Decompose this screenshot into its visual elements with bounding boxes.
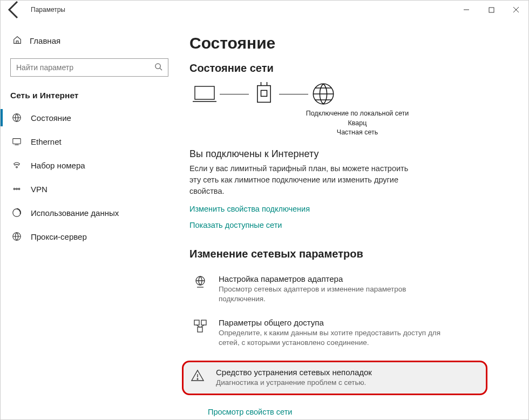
option-sharing-settings[interactable]: Параметры общего доступа Определите, к к…: [189, 317, 507, 349]
sidebar-item-label: VPN: [31, 185, 48, 194]
sharing-icon: [192, 318, 209, 348]
network-status-heading: Состояние сети: [189, 62, 507, 74]
back-button[interactable]: [4, 1, 25, 19]
svg-point-12: [18, 188, 20, 190]
svg-rect-28: [198, 327, 202, 332]
window-title: Параметры: [25, 6, 65, 13]
svg-point-10: [13, 188, 15, 190]
device-icon: [189, 82, 220, 106]
change-settings-heading: Изменение сетевых параметров: [189, 248, 507, 260]
sidebar-item-label: Ethernet: [31, 137, 62, 146]
router-icon: [249, 82, 279, 106]
vpn-icon: [11, 184, 22, 194]
sidebar-item-dialup[interactable]: Набор номера: [1, 153, 178, 177]
page-title: Состояние: [189, 34, 507, 52]
option-desc: Диагностика и устранение проблем с сетью…: [216, 378, 372, 388]
dialup-icon: [11, 160, 22, 171]
link-view-network-props[interactable]: Просмотр свойств сети: [208, 408, 292, 416]
svg-point-9: [16, 166, 18, 168]
sidebar-item-home[interactable]: Главная: [8, 30, 171, 52]
option-title: Параметры общего доступа: [219, 318, 445, 327]
svg-rect-22: [261, 90, 267, 96]
option-adapter-settings[interactable]: Настройка параметров адаптера Просмотр с…: [189, 273, 507, 305]
link-change-connection-props[interactable]: Изменить свойства подключения: [189, 205, 507, 213]
sidebar-item-vpn[interactable]: VPN: [1, 177, 178, 201]
home-icon: [12, 35, 22, 46]
sidebar-item-label: Состояние: [31, 113, 71, 123]
close-button[interactable]: [504, 1, 528, 19]
sidebar-item-ethernet[interactable]: Ethernet: [1, 130, 178, 153]
network-diagram: [189, 82, 507, 106]
svg-rect-19: [257, 86, 270, 103]
status-icon: [11, 112, 22, 123]
search-input-container[interactable]: [10, 58, 168, 77]
data-usage-icon: [11, 207, 22, 218]
option-network-troubleshooter[interactable]: Средство устранения сетевых неполадок Ди…: [182, 361, 487, 395]
ethernet-icon: [11, 136, 22, 147]
sidebar-item-status[interactable]: Состояние: [1, 106, 178, 130]
warning-icon: [189, 368, 206, 388]
sidebar-section-title: Сеть и Интернет: [8, 91, 171, 106]
sidebar-item-label: Прокси-сервер: [31, 232, 87, 241]
proxy-icon: [11, 231, 22, 242]
sidebar-item-proxy[interactable]: Прокси-сервер: [1, 225, 178, 248]
maximize-button[interactable]: [479, 1, 504, 19]
sidebar-item-data-usage[interactable]: Использование данных: [1, 201, 178, 225]
svg-rect-1: [489, 8, 494, 12]
option-desc: Определите, к каким данным вы хотите пре…: [219, 328, 445, 348]
connection-line: [220, 94, 249, 94]
svg-line-5: [160, 68, 162, 70]
option-desc: Просмотр сетевых адаптеров и изменение п…: [219, 284, 445, 304]
home-label: Главная: [30, 36, 60, 45]
diagram-caption: Подключение по локальной сети Кварц Част…: [208, 109, 507, 138]
connection-line: [279, 94, 308, 94]
option-title: Настройка параметров адаптера: [219, 274, 445, 283]
svg-rect-17: [195, 86, 214, 99]
connected-heading: Вы подключены к Интернету: [189, 148, 507, 160]
sidebar-item-label: Набор номера: [31, 161, 85, 170]
adapter-icon: [192, 274, 209, 304]
svg-point-11: [16, 188, 18, 190]
sidebar-item-label: Использование данных: [31, 208, 119, 218]
svg-rect-26: [194, 320, 199, 325]
svg-point-4: [155, 63, 160, 68]
search-input[interactable]: [16, 63, 154, 72]
search-icon: [154, 63, 162, 73]
globe-icon: [308, 82, 338, 106]
link-show-available-networks[interactable]: Показать доступные сети: [189, 221, 507, 229]
minimize-button[interactable]: [454, 1, 479, 19]
option-title: Средство устранения сетевых неполадок: [216, 368, 372, 377]
svg-rect-7: [13, 139, 21, 144]
svg-rect-27: [201, 320, 206, 325]
connected-description: Если у вас лимитный тарифный план, вы мо…: [189, 163, 422, 197]
svg-point-32: [197, 379, 198, 380]
